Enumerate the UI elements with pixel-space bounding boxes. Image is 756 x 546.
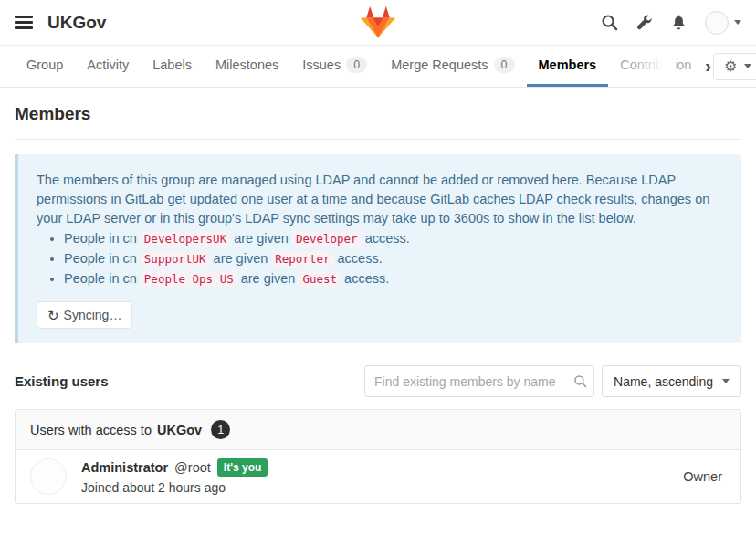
group-nav-tabs: Group Activity Labels Milestones Issues … [0, 46, 756, 88]
ldap-role-code: Reporter [271, 251, 333, 267]
tab-activity[interactable]: Activity [75, 46, 141, 87]
chevron-down-icon [744, 64, 751, 68]
page-title: Members [15, 104, 741, 140]
ldap-info-callout: The members of this group are managed us… [15, 154, 741, 343]
merge-requests-count-badge: 0 [494, 57, 515, 73]
search-icon[interactable] [601, 14, 618, 31]
ldap-role-code: Guest [299, 271, 341, 287]
tab-issues[interactable]: Issues 0 [290, 46, 379, 87]
tab-milestones[interactable]: Milestones [204, 46, 290, 87]
top-header: UKGov [0, 0, 756, 46]
tab-merge-requests[interactable]: Merge Requests 0 [379, 46, 526, 87]
member-username: @root [174, 460, 211, 475]
members-panel: Users with access to UKGov 1 Administrat… [15, 409, 741, 504]
tab-contributions[interactable]: Contribution [608, 46, 703, 87]
gear-icon: ⚙ [724, 59, 737, 74]
sync-icon: ↻ [47, 309, 59, 322]
admin-wrench-icon[interactable] [635, 14, 653, 31]
avatar [705, 11, 729, 35]
chevron-down-icon [722, 379, 730, 383]
syncing-button[interactable]: ↻ Syncing… [37, 301, 132, 329]
existing-users-label: Existing users [15, 373, 109, 389]
ldap-role-code: Developer [292, 231, 362, 247]
members-page: Members The members of this group are ma… [0, 88, 756, 504]
sort-dropdown[interactable]: Name, ascending [602, 365, 741, 397]
ldap-rules-list: People in cn DevelopersUK are given Deve… [64, 229, 723, 289]
member-search-input[interactable] [364, 365, 594, 397]
ldap-cn-code: DevelopersUK [141, 231, 230, 247]
nav-overflow-chevron-icon[interactable]: › [703, 46, 713, 87]
ldap-rule-item: People in cn DevelopersUK are given Deve… [64, 229, 723, 248]
member-avatar[interactable] [30, 458, 67, 495]
group-settings-gear-button[interactable]: ⚙ [713, 53, 756, 80]
members-panel-header: Users with access to UKGov 1 [16, 410, 740, 450]
ldap-cn-code: SupportUK [141, 251, 210, 267]
ldap-rule-item: People in cn People Ops US are given Gue… [64, 269, 723, 289]
ldap-rule-item: People in cn SupportUK are given Reporte… [64, 249, 723, 268]
gitlab-logo-icon[interactable] [360, 5, 396, 43]
its-you-badge: It's you [217, 458, 268, 477]
tab-labels[interactable]: Labels [141, 46, 204, 87]
member-role: Owner [683, 469, 726, 484]
user-avatar-menu[interactable] [705, 11, 741, 35]
ldap-cn-code: People Ops US [141, 271, 237, 287]
chevron-down-icon [734, 20, 741, 25]
search-icon [573, 374, 587, 388]
tab-group[interactable]: Group [15, 46, 75, 87]
issues-count-badge: 0 [346, 57, 367, 73]
tab-members[interactable]: Members [527, 46, 609, 87]
group-title[interactable]: UKGov [47, 13, 106, 33]
member-name[interactable]: Administrator [81, 460, 168, 475]
member-row: Administrator @root It's you Joined abou… [16, 450, 740, 503]
existing-users-toolbar: Existing users Name, ascending [15, 365, 741, 397]
ldap-info-text: The members of this group are managed us… [37, 171, 723, 228]
panel-group-name: UKGov [157, 423, 202, 437]
hamburger-menu-icon[interactable] [15, 16, 33, 29]
member-joined-date: Joined about 2 hours ago [81, 480, 268, 495]
members-count-badge: 1 [211, 420, 230, 439]
notifications-bell-icon[interactable] [670, 14, 688, 31]
